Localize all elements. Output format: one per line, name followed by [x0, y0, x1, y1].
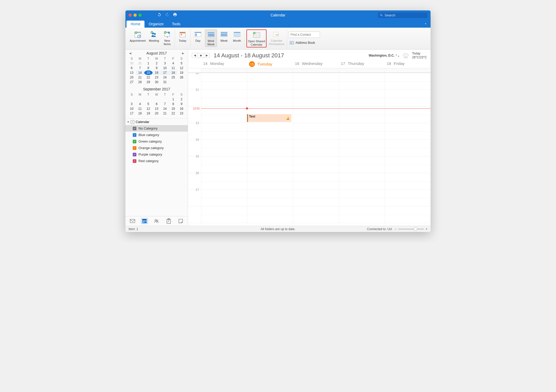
- work-week-view-button[interactable]: Work Week: [205, 29, 217, 47]
- mini-cal-day[interactable]: 13: [128, 70, 136, 75]
- mini-cal-day[interactable]: 3: [128, 102, 136, 106]
- month-view-button[interactable]: Month: [231, 29, 243, 43]
- address-book-button[interactable]: Address Book: [289, 40, 316, 46]
- day-header[interactable]: 17Thursday: [339, 60, 385, 68]
- time-cell[interactable]: [201, 73, 247, 89]
- time-cell[interactable]: [293, 90, 339, 106]
- time-cell[interactable]: [293, 140, 339, 156]
- mini-cal-day[interactable]: 13: [153, 106, 161, 111]
- mini-cal-day[interactable]: 15: [169, 106, 177, 111]
- search-input[interactable]: [385, 13, 425, 17]
- all-day-cell[interactable]: [293, 68, 339, 72]
- mini-cal-day[interactable]: 18: [169, 70, 177, 75]
- mini-cal-day[interactable]: 4: [136, 102, 144, 106]
- calendar-nav-button[interactable]: [141, 218, 148, 224]
- time-cell[interactable]: [293, 206, 339, 223]
- mini-cal-day[interactable]: 8: [169, 102, 177, 106]
- time-cell[interactable]: [247, 73, 293, 89]
- mini-cal-day[interactable]: 1: [144, 61, 153, 66]
- time-cell[interactable]: [293, 123, 339, 139]
- time-grid[interactable]: 1011131415161712:03Test🔔: [188, 73, 431, 226]
- mini-cal-day[interactable]: 15: [144, 70, 153, 75]
- people-nav-button[interactable]: [153, 218, 160, 224]
- time-cell[interactable]: [385, 173, 431, 189]
- tab-home[interactable]: Home: [126, 21, 144, 28]
- mini-cal-day[interactable]: 30: [153, 80, 161, 84]
- mini-cal-day[interactable]: 2: [153, 61, 161, 66]
- category-checkbox[interactable]: ✓: [133, 140, 136, 143]
- mini-cal-day[interactable]: 29: [144, 80, 153, 84]
- time-cell[interactable]: [201, 206, 247, 223]
- mini-cal-day[interactable]: 25: [169, 75, 177, 80]
- mini-cal-day[interactable]: 16: [153, 70, 161, 75]
- mini-cal-day[interactable]: 7: [161, 102, 169, 106]
- find-contact-input[interactable]: [289, 32, 320, 38]
- category-item[interactable]: ✓Orange category: [125, 145, 188, 151]
- next-month-button[interactable]: ▶: [181, 51, 185, 56]
- meeting-button[interactable]: Meeting: [148, 29, 160, 43]
- day-view-button[interactable]: Day: [192, 29, 204, 43]
- mini-cal-day[interactable]: 5: [177, 61, 186, 66]
- time-cell[interactable]: [247, 140, 293, 156]
- open-shared-calendar-button[interactable]: Open Shared Calendar: [246, 29, 267, 47]
- all-day-cell[interactable]: [201, 68, 247, 72]
- mini-cal-day[interactable]: 22: [169, 111, 177, 116]
- category-item[interactable]: ✓Red category: [125, 158, 188, 164]
- time-cell[interactable]: [247, 123, 293, 139]
- mini-cal-day[interactable]: 9: [153, 66, 161, 70]
- mini-cal-day[interactable]: 23: [153, 75, 161, 80]
- maximize-window-button[interactable]: [138, 14, 142, 17]
- time-cell[interactable]: [293, 73, 339, 89]
- weather-widget[interactable]: Washington, D.C. ⌃⌄ Today 26°C/23°C: [369, 52, 427, 59]
- appointment-button[interactable]: Appointment: [129, 29, 147, 43]
- time-cell[interactable]: [385, 90, 431, 106]
- mini-cal-day[interactable]: 1: [169, 97, 177, 102]
- time-cell[interactable]: [293, 173, 339, 189]
- category-checkbox[interactable]: ✓: [133, 133, 136, 137]
- mini-cal-day[interactable]: 16: [177, 106, 186, 111]
- minimize-window-button[interactable]: [134, 14, 137, 17]
- mini-cal-day[interactable]: 7: [136, 66, 144, 70]
- time-cell[interactable]: [247, 173, 293, 189]
- time-cell[interactable]: [201, 173, 247, 189]
- mini-cal-day[interactable]: 22: [144, 75, 153, 80]
- mini-cal-day[interactable]: [153, 97, 161, 102]
- close-window-button[interactable]: [129, 14, 132, 17]
- mini-cal-day[interactable]: 19: [144, 111, 153, 116]
- search-box[interactable]: [378, 13, 427, 18]
- prev-month-button[interactable]: ◀: [128, 51, 132, 56]
- mini-cal-day[interactable]: 18: [136, 111, 144, 116]
- all-day-cell[interactable]: [385, 68, 431, 72]
- time-cell[interactable]: [201, 90, 247, 106]
- time-cell[interactable]: [201, 140, 247, 156]
- day-header[interactable]: 16Wednesday: [293, 60, 339, 68]
- week-view-button[interactable]: Week: [218, 29, 230, 43]
- mini-cal-day[interactable]: 30: [128, 61, 136, 66]
- mini-cal-day[interactable]: 8: [144, 66, 153, 70]
- category-checkbox[interactable]: ✓: [133, 159, 136, 163]
- time-cell[interactable]: [247, 206, 293, 223]
- time-cell[interactable]: [247, 156, 293, 173]
- zoom-out-button[interactable]: −: [395, 227, 396, 231]
- calendar-event[interactable]: Test🔔: [247, 114, 291, 122]
- mini-cal-day[interactable]: 6: [153, 102, 161, 106]
- notes-nav-button[interactable]: [177, 218, 184, 224]
- mini-cal-day[interactable]: 31: [136, 61, 144, 66]
- time-cell[interactable]: [293, 156, 339, 173]
- day-header[interactable]: 15Tuesday: [247, 60, 293, 68]
- today-button[interactable]: Today: [177, 29, 189, 43]
- redo-button[interactable]: [165, 13, 169, 18]
- mini-cal-day[interactable]: 20: [153, 111, 161, 116]
- mini-cal-day[interactable]: 10: [128, 106, 136, 111]
- category-item[interactable]: ✓No Category: [125, 125, 188, 132]
- mini-cal-day[interactable]: 21: [136, 75, 144, 80]
- mini-cal-day[interactable]: 19: [177, 70, 186, 75]
- all-day-cell[interactable]: [339, 68, 385, 72]
- category-item[interactable]: ✓Green category: [125, 138, 188, 145]
- tab-organize[interactable]: Organize: [144, 21, 168, 28]
- time-cell[interactable]: [385, 73, 431, 89]
- mini-cal-day[interactable]: 10: [161, 66, 169, 70]
- time-cell[interactable]: [339, 190, 385, 206]
- mini-cal-day[interactable]: 27: [128, 80, 136, 84]
- time-cell[interactable]: [385, 123, 431, 139]
